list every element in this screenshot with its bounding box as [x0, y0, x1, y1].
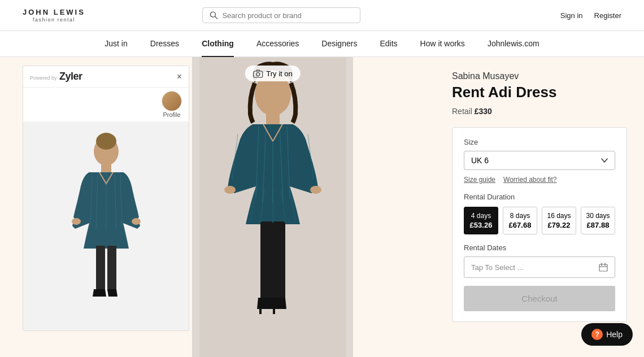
duration-8-days[interactable]: 8 days £67.68 [503, 207, 537, 234]
retail-price: Retail £330 [452, 107, 627, 116]
profile-section: Profile [162, 91, 182, 118]
model-svg [50, 130, 163, 330]
duration-options: 4 days £53.26 8 days £67.68 16 days £79.… [464, 207, 615, 234]
nav-item-designers[interactable]: Designers [321, 31, 357, 57]
main-content: Powered by Zyler × Profile [0, 57, 644, 357]
zyler-powered-label: Powered by [30, 75, 57, 81]
nav-item-how-it-works[interactable]: How it works [420, 31, 465, 57]
nav-item-accessories[interactable]: Accessories [256, 31, 299, 57]
svg-rect-38 [599, 264, 607, 271]
search-input[interactable] [222, 11, 353, 20]
help-button[interactable]: ? Help [581, 323, 633, 346]
size-guide-link[interactable]: Size guide [464, 176, 495, 184]
help-label: Help [606, 330, 623, 339]
svg-point-7 [132, 218, 141, 225]
worried-about-fit-link[interactable]: Worried about fit? [503, 176, 557, 184]
product-details-panel: Sabina Musayev Rent Adi Dress Retail £33… [435, 57, 644, 357]
calendar-icon [599, 263, 608, 272]
logo-sub: fashion rental [33, 17, 75, 23]
product-model-bg [192, 57, 353, 357]
retail-price-value: £330 [475, 107, 492, 116]
nav-item-edits[interactable]: Edits [380, 31, 397, 57]
duration-30-days-label: 30 days [584, 212, 612, 220]
register-link[interactable]: Register [594, 11, 621, 20]
size-section: Size UK 6 Size guide Worried about fit? … [452, 127, 627, 322]
duration-30-days-price: £87.88 [584, 221, 612, 229]
help-icon: ? [591, 329, 603, 340]
nav-item-johnlewis[interactable]: Johnlewis.com [488, 31, 539, 57]
duration-8-days-price: £67.68 [506, 221, 534, 229]
logo: JOHN LEWIS fashion rental [23, 8, 85, 23]
svg-point-4 [96, 133, 116, 150]
svg-line-1 [215, 16, 217, 19]
search-icon [210, 11, 218, 20]
nav-item-dresses[interactable]: Dresses [150, 31, 179, 57]
duration-4-days-label: 4 days [467, 212, 495, 220]
rental-duration-label: Rental Duration [464, 193, 615, 201]
duration-4-days[interactable]: 4 days £53.26 [464, 207, 498, 234]
svg-rect-8 [96, 246, 105, 291]
duration-16-days[interactable]: 16 days £79.22 [542, 207, 576, 234]
size-value: UK 6 [471, 156, 489, 165]
size-selector[interactable]: UK 6 [464, 151, 615, 170]
retail-label: Retail [452, 107, 472, 116]
nav-item-just-in[interactable]: Just in [105, 31, 127, 57]
sign-in-link[interactable]: Sign in [560, 11, 583, 20]
duration-16-days-label: 16 days [545, 212, 573, 220]
brand-name: Sabina Musayev [452, 71, 627, 81]
zyler-header: Powered by Zyler × [23, 66, 189, 88]
header-actions: Sign in Register [560, 11, 621, 20]
duration-16-days-price: £79.22 [545, 221, 573, 229]
svg-rect-35 [273, 221, 285, 301]
header: JOHN LEWIS fashion rental Sign in Regist… [0, 0, 644, 31]
svg-rect-37 [273, 307, 275, 314]
zyler-panel: Powered by Zyler × Profile [23, 66, 189, 331]
product-image-area: Try it on [192, 57, 353, 357]
zyler-profile-area: Profile [23, 88, 189, 121]
date-placeholder: Tap To Select ... [471, 263, 523, 272]
size-label: Size [464, 138, 615, 146]
chevron-down-icon [601, 158, 608, 163]
svg-point-32 [224, 186, 236, 194]
avatar-image [162, 92, 181, 111]
nav-item-clothing[interactable]: Clothing [202, 31, 234, 57]
size-links: Size guide Worried about fit? [464, 176, 615, 184]
svg-rect-34 [260, 221, 273, 301]
logo-name: JOHN LEWIS [23, 8, 85, 16]
try-it-on-button[interactable]: Try it on [245, 66, 300, 81]
avatar[interactable] [162, 91, 182, 111]
duration-30-days[interactable]: 30 days £87.88 [581, 207, 615, 234]
product-model-svg [199, 58, 346, 357]
svg-rect-5 [101, 164, 111, 172]
profile-label: Profile [163, 111, 180, 118]
date-picker[interactable]: Tap To Select ... [464, 256, 615, 278]
svg-point-16 [256, 73, 259, 76]
svg-point-33 [310, 186, 321, 194]
zyler-brand-name: Zyler [59, 71, 82, 82]
search-bar[interactable] [202, 7, 360, 23]
zyler-close-button[interactable]: × [177, 72, 182, 82]
main-nav: Just in Dresses Clothing Accessories Des… [0, 31, 644, 57]
checkout-button[interactable]: Checkout [464, 286, 615, 311]
svg-rect-9 [107, 246, 116, 291]
svg-point-6 [72, 218, 81, 225]
svg-rect-15 [253, 71, 262, 77]
camera-icon [253, 69, 263, 78]
model-figure [23, 121, 189, 330]
duration-8-days-label: 8 days [506, 212, 534, 220]
duration-4-days-price: £53.26 [467, 221, 495, 229]
product-name: Rent Adi Dress [452, 84, 627, 101]
zyler-branding: Powered by Zyler [30, 71, 82, 82]
rental-dates-label: Rental Dates [464, 243, 615, 252]
zyler-model-image [23, 121, 189, 330]
try-it-on-label: Try it on [266, 69, 292, 78]
svg-rect-36 [259, 307, 262, 314]
